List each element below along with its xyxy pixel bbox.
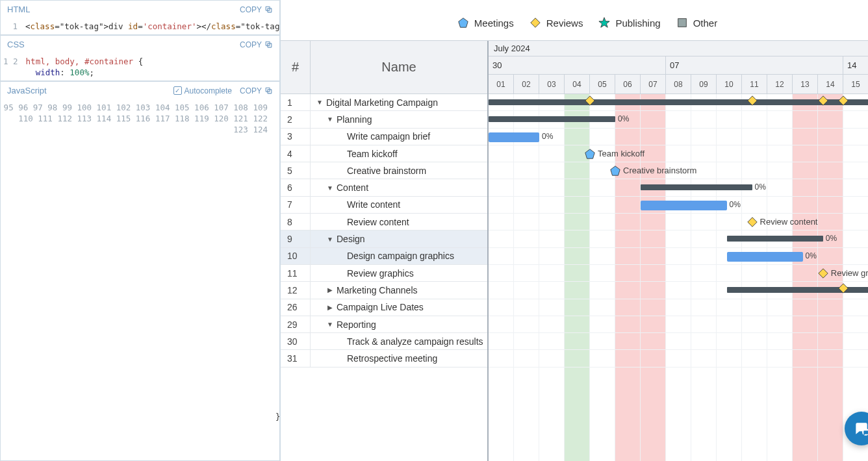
row-number: 10 <box>281 248 311 264</box>
grid-row[interactable]: 7Write content <box>281 197 487 214</box>
row-name: ▼Design <box>311 230 487 247</box>
css-copy-button[interactable]: COPY <box>240 40 273 49</box>
row-number: 4 <box>281 145 311 162</box>
milestone-label: Review graphics <box>831 268 868 278</box>
row-number: 11 <box>281 265 311 281</box>
collapse-icon[interactable]: ▼ <box>316 99 324 106</box>
row-number: 9 <box>281 230 311 247</box>
grid-header: # Name <box>281 41 487 94</box>
task-bar[interactable] <box>489 132 539 142</box>
diamond-icon <box>837 282 849 294</box>
legend-item-publishing[interactable]: Publishing <box>598 17 660 29</box>
collapse-icon[interactable]: ▼ <box>326 236 334 243</box>
grid-row[interactable]: 10Design campaign graphics <box>281 248 487 265</box>
grid-row[interactable]: 31Retrospective meeting <box>281 350 487 367</box>
group-bar[interactable] <box>641 184 752 190</box>
copy-icon <box>264 40 273 49</box>
milestone-label: Review content <box>760 217 818 227</box>
pentagon-icon[interactable] <box>584 148 596 160</box>
row-name: Creative brainstorm <box>311 162 487 179</box>
day-header: 06 <box>615 75 641 93</box>
collapse-icon[interactable]: ▼ <box>326 116 334 123</box>
checkbox-icon <box>173 86 182 95</box>
grid-row[interactable]: 9▼Design <box>281 230 487 247</box>
day-header: 03 <box>539 75 565 93</box>
col-header-name: Name <box>311 41 487 93</box>
svg-marker-13 <box>839 96 848 105</box>
svg-rect-9 <box>678 19 686 27</box>
html-editor[interactable]: 1 <class="tok-tag">div id='container'></… <box>1 18 279 34</box>
col-header-num: # <box>281 41 311 93</box>
progress-label: 0% <box>618 114 629 123</box>
grid-row[interactable]: 12▶Marketing Channels <box>281 282 487 299</box>
row-number: 29 <box>281 316 311 332</box>
row-name: Retrospective meeting <box>311 350 487 366</box>
grid-row[interactable]: 11Review graphics <box>281 265 487 282</box>
row-name: Review content <box>311 214 487 230</box>
diamond-icon[interactable] <box>817 268 829 279</box>
legend-item-other[interactable]: Other <box>676 17 718 29</box>
task-row: Creative brainstorm <box>489 162 868 179</box>
grid-row[interactable]: 3Write campaign brief <box>281 129 487 145</box>
day-header: 09 <box>691 75 717 93</box>
grid-row[interactable]: 29▼Reporting <box>281 316 487 333</box>
task-bar[interactable] <box>641 201 727 210</box>
grid-row[interactable]: 5Creative brainstorm <box>281 162 487 179</box>
row-name: ▼Content <box>311 179 487 195</box>
svg-marker-16 <box>747 218 756 227</box>
group-bar[interactable] <box>727 236 823 242</box>
css-editor[interactable]: 1 2 html, body, #container { width: 100%… <box>1 53 279 81</box>
html-copy-button[interactable]: COPY <box>240 5 273 14</box>
task-row: 0% <box>489 248 868 265</box>
week-header: 07 <box>666 56 843 75</box>
row-number: 30 <box>281 333 311 349</box>
grid-row[interactable]: 1▼Digital Marketing Campaign <box>281 94 487 111</box>
task-bar[interactable] <box>727 252 803 262</box>
day-header: 12 <box>767 75 793 93</box>
legend: MeetingsReviewsPublishingOther <box>281 0 868 40</box>
js-copy-button[interactable]: COPY <box>240 86 273 95</box>
row-number: 2 <box>281 111 311 127</box>
day-header: 08 <box>666 75 691 93</box>
pentagon-icon[interactable] <box>609 165 621 177</box>
task-row: 0% <box>489 179 868 196</box>
row-number: 8 <box>281 214 311 230</box>
js-editor[interactable]: 95 96 97 98 99 100 101 102 103 104 105 1… <box>1 99 279 460</box>
expand-icon[interactable]: ▶ <box>326 286 334 293</box>
day-header: 05 <box>590 75 615 93</box>
row-number: 26 <box>281 299 311 316</box>
grid-row[interactable]: 8Review content <box>281 214 487 230</box>
row-name: Review graphics <box>311 265 487 281</box>
group-bar[interactable] <box>489 116 615 122</box>
progress-label: 0% <box>755 182 766 192</box>
task-row: 0% <box>489 230 868 247</box>
progress-label: 0% <box>542 132 553 141</box>
autocomplete-toggle[interactable]: Autocomplete <box>173 86 232 95</box>
legend-item-reviews[interactable]: Reviews <box>530 17 583 29</box>
day-header: 01 <box>489 75 514 93</box>
row-number: 5 <box>281 162 311 179</box>
row-name: ▶Campaign Live Dates <box>311 299 487 316</box>
group-bar[interactable] <box>489 99 868 105</box>
grid-row[interactable]: 4Team kickoff <box>281 145 487 162</box>
collapse-icon[interactable]: ▼ <box>326 321 334 328</box>
collapse-icon[interactable]: ▼ <box>326 184 334 192</box>
row-name: ▼Reporting <box>311 316 487 332</box>
task-row: Team kickoff <box>489 145 868 162</box>
expand-icon[interactable]: ▶ <box>326 304 334 311</box>
row-number: 1 <box>281 94 311 110</box>
day-header: 15 <box>843 75 868 93</box>
svg-marker-14 <box>585 149 594 158</box>
grid-row[interactable]: 30Track & analyze campaign results <box>281 333 487 350</box>
task-row: Review content <box>489 214 868 230</box>
grid-row[interactable]: 2▼Planning <box>281 111 487 128</box>
diamond-icon[interactable] <box>747 216 758 228</box>
task-row <box>489 94 868 111</box>
grid-row[interactable]: 6▼Content <box>281 179 487 196</box>
task-row <box>489 299 868 316</box>
svg-marker-12 <box>819 96 828 105</box>
grid-row[interactable]: 26▶Campaign Live Dates <box>281 299 487 316</box>
legend-item-meetings[interactable]: Meetings <box>457 17 514 29</box>
timeline[interactable]: July 2024 300714 01020304050607080910111… <box>489 41 868 461</box>
day-header: 02 <box>514 75 539 93</box>
